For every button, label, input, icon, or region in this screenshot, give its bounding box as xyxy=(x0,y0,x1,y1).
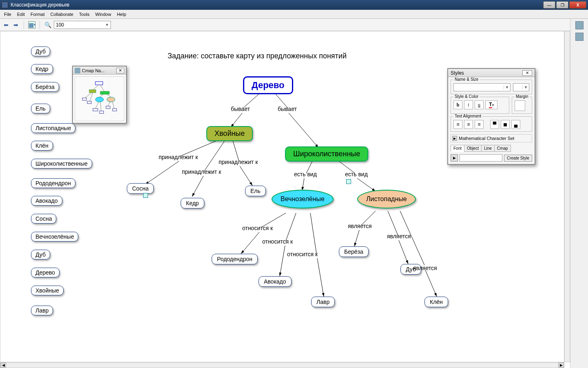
navigator-title: Cmap Na... xyxy=(82,68,116,73)
underline-button[interactable]: u xyxy=(475,100,484,109)
node-maple[interactable]: Клён xyxy=(424,297,448,307)
navigator-window[interactable]: Cmap Na... ✕ xyxy=(72,66,127,124)
menu-help[interactable]: Help xyxy=(115,11,129,18)
palette-item[interactable]: Клён xyxy=(31,141,53,151)
navigator-close-button[interactable]: ✕ xyxy=(116,68,124,73)
node-pine[interactable]: Сосна xyxy=(127,183,154,194)
nav-forward-icon[interactable]: ➡ xyxy=(12,21,20,29)
tab-cmap[interactable]: Cmap xyxy=(494,145,511,152)
palette-item[interactable]: Широколиственные xyxy=(31,159,92,168)
app-icon xyxy=(2,2,8,8)
margin-group: Margin xyxy=(512,97,532,114)
resource-icon[interactable] xyxy=(346,179,351,184)
palette-item[interactable]: Кедр xyxy=(31,64,53,74)
menu-collaborate[interactable]: Collaborate xyxy=(48,11,76,18)
edge-label: принадлежит к xyxy=(159,154,198,160)
scroll-right-icon[interactable]: ▶ xyxy=(558,363,564,368)
chevron-down-icon[interactable]: ▼ xyxy=(105,23,109,27)
palette-item[interactable]: Лавр xyxy=(31,306,53,315)
font-size-combo[interactable]: ▼ xyxy=(513,83,529,91)
node-deciduous[interactable]: Листопадные xyxy=(357,190,416,208)
valign-middle-button[interactable]: ◼ xyxy=(501,120,510,129)
align-center-button[interactable]: ≡ xyxy=(464,120,473,129)
edge-label: является xyxy=(387,233,411,239)
node-broadleaf[interactable]: Широколиственные xyxy=(285,146,368,162)
svg-point-30 xyxy=(107,97,115,102)
tab-line[interactable]: Line xyxy=(481,145,495,152)
node-root[interactable]: Дерево xyxy=(243,76,293,94)
node-avocado[interactable]: Авокадо xyxy=(259,276,292,287)
zoom-combo[interactable]: 100 ▼ xyxy=(54,21,111,29)
palette-item[interactable]: Берёза xyxy=(31,82,59,92)
math-charset-expander[interactable]: ▶ Mathematical Character Set xyxy=(451,134,532,142)
style-name-input[interactable] xyxy=(460,154,502,162)
minimize-button[interactable]: — xyxy=(543,1,555,9)
horizontal-scrollbar[interactable]: ◀ ▶ xyxy=(0,362,564,368)
styles-header[interactable]: Styles ✕ xyxy=(448,69,535,77)
styles-title: Styles xyxy=(451,70,522,76)
align-left-button[interactable]: ≡ xyxy=(453,120,462,129)
chevron-down-icon[interactable]: ▼ xyxy=(522,85,529,89)
tab-font[interactable]: Font xyxy=(451,145,464,152)
tab-object[interactable]: Object xyxy=(464,145,482,152)
palette-item[interactable]: Дуб xyxy=(31,47,50,56)
view-mode-icon[interactable]: ▦▾ xyxy=(28,21,35,29)
menu-file[interactable]: File xyxy=(2,11,14,18)
svg-rect-26 xyxy=(95,82,103,85)
node-cedar[interactable]: Кедр xyxy=(181,198,204,208)
scroll-left-icon[interactable]: ◀ xyxy=(0,363,6,368)
chevron-down-icon[interactable]: ▼ xyxy=(504,85,510,89)
canvas[interactable]: Задание: составьте карту из предложенных… xyxy=(0,31,564,362)
valign-bottom-button[interactable]: ▄ xyxy=(511,120,520,129)
align-right-button[interactable]: ≡ xyxy=(475,120,484,129)
close-button[interactable]: X xyxy=(569,1,586,9)
text-align-label: Text Alignment xyxy=(453,114,482,118)
italic-button[interactable]: i xyxy=(464,100,473,109)
nav-back-icon[interactable]: ⬅ xyxy=(2,21,10,29)
bold-button[interactable]: b xyxy=(453,100,462,109)
node-conifer[interactable]: Хвойные xyxy=(206,126,253,141)
palette-item[interactable]: Ель xyxy=(31,104,50,113)
resource-icon[interactable] xyxy=(143,193,148,198)
menu-edit[interactable]: Edit xyxy=(15,11,27,18)
palette-item[interactable]: Дуб xyxy=(31,250,50,259)
styles-close-button[interactable]: ✕ xyxy=(522,70,532,76)
text-color-button[interactable]: T▾ xyxy=(485,100,497,109)
node-evergreen[interactable]: Вечнозелёные xyxy=(272,190,334,208)
valign-top-button[interactable]: ▀ xyxy=(490,120,499,129)
palette-item[interactable]: Листопадные xyxy=(31,123,75,133)
apply-style-button[interactable]: ▶ xyxy=(451,154,458,162)
zoom-icon[interactable]: 🔍 xyxy=(44,21,51,29)
navigator-preview[interactable] xyxy=(75,76,124,121)
side-tool-2-icon[interactable] xyxy=(575,33,584,41)
menu-format[interactable]: Format xyxy=(28,11,47,18)
palette-item[interactable]: Авокадо xyxy=(31,196,62,206)
svg-line-8 xyxy=(233,141,239,161)
vertical-scrollbar[interactable] xyxy=(564,31,570,362)
styles-window[interactable]: Styles ✕ Name & Size ▼ ▼ Style & Color b… xyxy=(447,68,535,165)
palette-item[interactable]: Хвойные xyxy=(31,286,64,295)
node-birch[interactable]: Берёза xyxy=(339,246,369,257)
svg-line-37 xyxy=(93,85,99,90)
svg-rect-31 xyxy=(82,98,86,100)
svg-line-21 xyxy=(354,230,359,246)
svg-point-29 xyxy=(95,97,104,102)
menu-tools[interactable]: Tools xyxy=(77,11,92,18)
palette-item[interactable]: Рододендрон xyxy=(31,178,75,188)
node-laurel[interactable]: Лавр xyxy=(311,297,335,307)
create-style-button[interactable]: Create Style xyxy=(504,155,532,162)
svg-line-5 xyxy=(145,161,179,184)
side-tool-1-icon[interactable] xyxy=(575,21,584,29)
margin-button[interactable] xyxy=(515,100,525,111)
menu-window[interactable]: Window xyxy=(93,11,114,18)
navigator-header[interactable]: Cmap Na... ✕ xyxy=(73,67,126,75)
font-name-combo[interactable]: ▼ xyxy=(453,83,511,91)
palette-item[interactable]: Вечнозелёные xyxy=(31,232,78,242)
svg-rect-34 xyxy=(99,111,104,113)
node-spruce[interactable]: Ель xyxy=(245,186,266,196)
palette-item[interactable]: Дерево xyxy=(31,268,60,277)
svg-line-19 xyxy=(317,258,324,297)
palette-item[interactable]: Сосна xyxy=(31,214,56,224)
node-rhodo[interactable]: Рододендрон xyxy=(212,254,258,264)
maximize-button[interactable]: ❐ xyxy=(556,1,568,9)
